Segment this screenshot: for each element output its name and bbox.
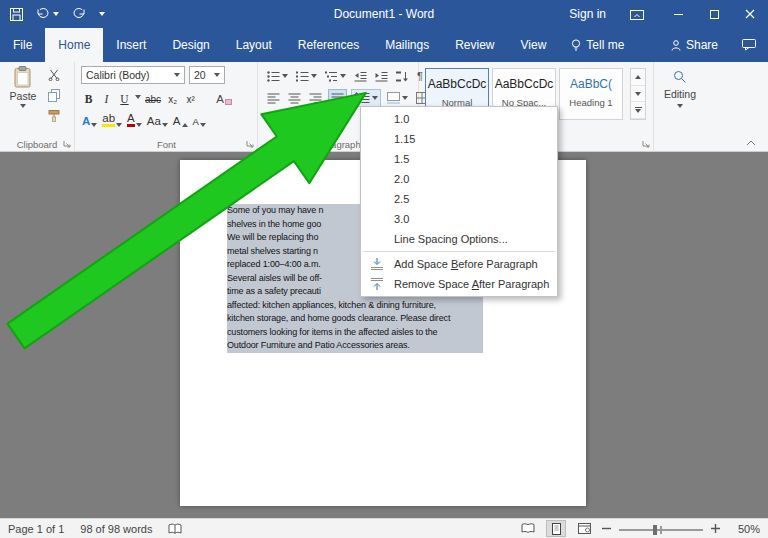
paste-caret-icon[interactable]	[20, 104, 26, 108]
numbering-caret-icon[interactable]	[311, 74, 317, 78]
styles-scroll-up-button[interactable]	[631, 69, 645, 86]
clipboard-dialog-launcher[interactable]	[63, 140, 71, 148]
zoom-level[interactable]: 50%	[728, 523, 760, 535]
word-count[interactable]: 98 of 98 words	[72, 523, 160, 535]
zoom-in-button[interactable]	[711, 524, 720, 533]
tab-layout[interactable]: Layout	[223, 28, 285, 62]
styles-more-button[interactable]	[631, 102, 645, 119]
chevron-up-icon	[746, 140, 756, 146]
tab-insert[interactable]: Insert	[103, 28, 159, 62]
tell-me-box[interactable]: Tell me	[559, 28, 636, 62]
tab-mailings[interactable]: Mailings	[372, 28, 442, 62]
menu-item-spacing-3[interactable]: 3.0	[361, 209, 557, 229]
share-button[interactable]: Share	[659, 28, 730, 62]
menu-item-spacing-2[interactable]: 2.0	[361, 169, 557, 189]
strikethrough-button[interactable]: abc	[144, 88, 162, 105]
tab-references[interactable]: References	[285, 28, 372, 62]
undo-button[interactable]	[36, 8, 59, 20]
grow-font-button[interactable]: A	[172, 110, 189, 127]
shading-caret-icon[interactable]	[402, 96, 408, 100]
undo-caret-icon[interactable]	[53, 12, 59, 16]
highlight-button[interactable]: ab	[101, 110, 123, 127]
text-line[interactable]: affected: kitchen appliances, kitchen & …	[227, 299, 483, 313]
bullets-caret-icon[interactable]	[282, 74, 288, 78]
bold-button[interactable]: B	[81, 88, 96, 105]
tab-home[interactable]: Home	[45, 28, 103, 62]
clear-formatting-button[interactable]: A	[215, 88, 233, 105]
zoom-slider-thumb[interactable]	[653, 525, 657, 535]
style-card-heading1[interactable]: AaBbC( Heading 1	[559, 68, 623, 120]
cut-button[interactable]	[48, 69, 60, 81]
menu-item-spacing-1[interactable]: 1.0	[361, 109, 557, 129]
page-indicator[interactable]: Page 1 of 1	[0, 523, 72, 535]
menu-item-add-space-before[interactable]: Add Space Before Paragraph	[361, 254, 557, 274]
comments-button[interactable]	[730, 28, 768, 62]
zoom-slider[interactable]	[619, 522, 703, 536]
font-dialog-launcher[interactable]	[246, 140, 254, 148]
shading-button[interactable]	[385, 89, 410, 107]
font-name-combo[interactable]: Calibri (Body)	[81, 66, 185, 84]
increase-indent-button[interactable]	[373, 67, 390, 85]
subscript-button[interactable]: x₂	[165, 88, 180, 105]
numbering-button[interactable]	[294, 67, 319, 85]
ribbon-display-options-icon[interactable]	[630, 8, 644, 21]
bullets-button[interactable]	[265, 67, 290, 85]
line-spacing-button[interactable]	[351, 89, 381, 107]
print-layout-button[interactable]	[546, 520, 566, 537]
styles-scroll-down-button[interactable]	[631, 86, 645, 103]
font-color-button[interactable]: A	[126, 110, 143, 127]
collapse-ribbon-button[interactable]	[746, 140, 756, 146]
italic-button[interactable]: I	[99, 88, 114, 105]
minimize-button[interactable]	[660, 0, 696, 28]
sort-button[interactable]	[394, 67, 411, 85]
text-line[interactable]: Outdoor Furniture and Patio Accessories …	[227, 339, 483, 353]
change-case-caret-icon[interactable]	[162, 123, 168, 127]
paste-button[interactable]: Paste	[4, 66, 42, 134]
zoom-out-button[interactable]	[602, 524, 611, 533]
text-effects-caret-icon[interactable]	[91, 123, 97, 127]
save-button[interactable]	[10, 8, 23, 21]
decrease-indent-button[interactable]	[352, 67, 369, 85]
align-center-button[interactable]	[286, 89, 303, 107]
multilevel-list-button[interactable]	[323, 67, 348, 85]
tab-view[interactable]: View	[508, 28, 560, 62]
superscript-button[interactable]: x²	[183, 88, 198, 105]
read-mode-button[interactable]	[518, 520, 538, 537]
close-button[interactable]	[732, 0, 768, 28]
menu-item-remove-space-after[interactable]: Remove Space After Paragraph	[361, 274, 557, 294]
align-right-button[interactable]	[307, 89, 324, 107]
menu-item-line-spacing-options[interactable]: Line Spacing Options...	[361, 229, 557, 249]
multilevel-caret-icon[interactable]	[340, 74, 346, 78]
proofing-status-button[interactable]	[160, 523, 190, 535]
font-size-caret-icon[interactable]	[214, 73, 220, 77]
text-line[interactable]: customers looking for items in the affec…	[227, 326, 483, 340]
text-effects-button[interactable]: A	[81, 110, 98, 127]
change-case-button[interactable]: Aa	[146, 110, 169, 127]
sign-in-link[interactable]: Sign in	[569, 7, 606, 21]
menu-item-spacing-2-5[interactable]: 2.5	[361, 189, 557, 209]
align-left-button[interactable]	[265, 89, 282, 107]
tab-design[interactable]: Design	[159, 28, 222, 62]
web-layout-button[interactable]	[574, 520, 594, 537]
maximize-button[interactable]	[696, 0, 732, 28]
font-color-caret-icon[interactable]	[136, 123, 142, 127]
customize-qat-button[interactable]	[99, 12, 105, 16]
menu-item-spacing-1-15[interactable]: 1.15	[361, 129, 557, 149]
format-painter-button[interactable]	[48, 110, 60, 122]
line-spacing-caret-icon[interactable]	[372, 96, 378, 100]
font-size-combo[interactable]: 20	[189, 66, 225, 84]
copy-button[interactable]	[48, 89, 60, 102]
menu-item-spacing-1-5[interactable]: 1.5	[361, 149, 557, 169]
tab-review[interactable]: Review	[442, 28, 507, 62]
redo-button[interactable]	[72, 8, 86, 20]
editing-button[interactable]: Editing	[655, 70, 705, 108]
underline-caret-icon[interactable]	[135, 95, 141, 99]
justify-button[interactable]	[328, 89, 347, 107]
text-line[interactable]: kitchen storage, and home goods clearanc…	[227, 312, 483, 326]
tab-file[interactable]: File	[0, 28, 45, 62]
font-name-caret-icon[interactable]	[174, 73, 180, 77]
styles-dialog-launcher[interactable]	[642, 140, 650, 148]
shrink-font-button[interactable]: A	[192, 110, 207, 127]
underline-button[interactable]: U	[117, 88, 132, 105]
highlight-caret-icon[interactable]	[116, 123, 122, 127]
